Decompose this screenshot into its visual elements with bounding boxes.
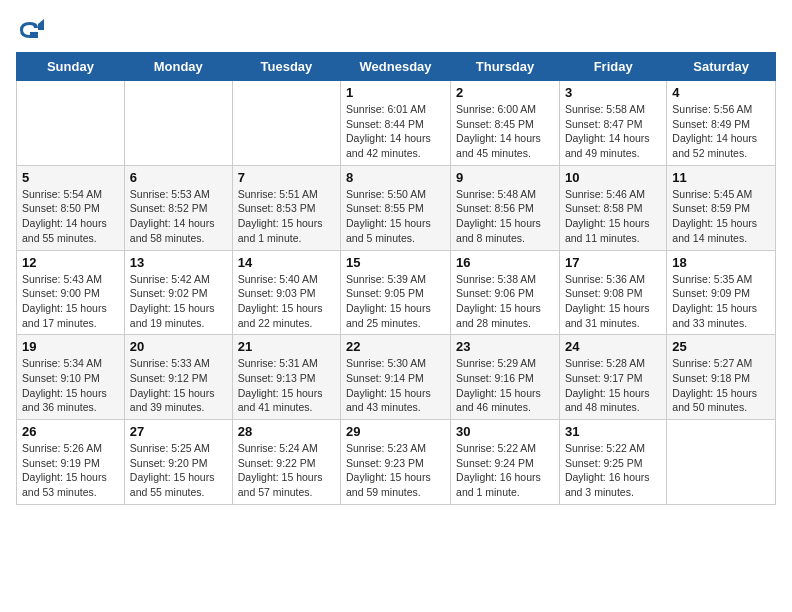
calendar-cell: 28Sunrise: 5:24 AM Sunset: 9:22 PM Dayli…: [232, 420, 340, 505]
calendar-cell: 15Sunrise: 5:39 AM Sunset: 9:05 PM Dayli…: [341, 250, 451, 335]
day-number: 10: [565, 170, 661, 185]
day-info: Sunrise: 5:24 AM Sunset: 9:22 PM Dayligh…: [238, 441, 335, 500]
calendar-cell: 22Sunrise: 5:30 AM Sunset: 9:14 PM Dayli…: [341, 335, 451, 420]
day-number: 15: [346, 255, 445, 270]
calendar-cell: 26Sunrise: 5:26 AM Sunset: 9:19 PM Dayli…: [17, 420, 125, 505]
day-info: Sunrise: 5:31 AM Sunset: 9:13 PM Dayligh…: [238, 356, 335, 415]
day-info: Sunrise: 5:29 AM Sunset: 9:16 PM Dayligh…: [456, 356, 554, 415]
calendar-cell: [667, 420, 776, 505]
calendar-week-1: 1Sunrise: 6:01 AM Sunset: 8:44 PM Daylig…: [17, 81, 776, 166]
day-number: 12: [22, 255, 119, 270]
day-header-thursday: Thursday: [451, 53, 560, 81]
day-info: Sunrise: 5:22 AM Sunset: 9:24 PM Dayligh…: [456, 441, 554, 500]
logo-icon: [16, 16, 44, 44]
day-info: Sunrise: 5:36 AM Sunset: 9:08 PM Dayligh…: [565, 272, 661, 331]
day-number: 19: [22, 339, 119, 354]
calendar-cell: 4Sunrise: 5:56 AM Sunset: 8:49 PM Daylig…: [667, 81, 776, 166]
day-number: 16: [456, 255, 554, 270]
day-info: Sunrise: 5:28 AM Sunset: 9:17 PM Dayligh…: [565, 356, 661, 415]
calendar-week-2: 5Sunrise: 5:54 AM Sunset: 8:50 PM Daylig…: [17, 165, 776, 250]
day-header-saturday: Saturday: [667, 53, 776, 81]
calendar-cell: 13Sunrise: 5:42 AM Sunset: 9:02 PM Dayli…: [124, 250, 232, 335]
day-info: Sunrise: 5:45 AM Sunset: 8:59 PM Dayligh…: [672, 187, 770, 246]
calendar-cell: 29Sunrise: 5:23 AM Sunset: 9:23 PM Dayli…: [341, 420, 451, 505]
calendar-cell: 11Sunrise: 5:45 AM Sunset: 8:59 PM Dayli…: [667, 165, 776, 250]
day-info: Sunrise: 5:38 AM Sunset: 9:06 PM Dayligh…: [456, 272, 554, 331]
day-number: 6: [130, 170, 227, 185]
day-number: 20: [130, 339, 227, 354]
calendar-cell: 27Sunrise: 5:25 AM Sunset: 9:20 PM Dayli…: [124, 420, 232, 505]
day-number: 11: [672, 170, 770, 185]
day-info: Sunrise: 5:23 AM Sunset: 9:23 PM Dayligh…: [346, 441, 445, 500]
calendar-week-4: 19Sunrise: 5:34 AM Sunset: 9:10 PM Dayli…: [17, 335, 776, 420]
day-info: Sunrise: 5:27 AM Sunset: 9:18 PM Dayligh…: [672, 356, 770, 415]
calendar-cell: 14Sunrise: 5:40 AM Sunset: 9:03 PM Dayli…: [232, 250, 340, 335]
day-number: 8: [346, 170, 445, 185]
logo: [16, 16, 48, 44]
day-header-sunday: Sunday: [17, 53, 125, 81]
day-info: Sunrise: 5:30 AM Sunset: 9:14 PM Dayligh…: [346, 356, 445, 415]
day-number: 29: [346, 424, 445, 439]
day-header-wednesday: Wednesday: [341, 53, 451, 81]
day-number: 26: [22, 424, 119, 439]
day-number: 30: [456, 424, 554, 439]
day-info: Sunrise: 5:25 AM Sunset: 9:20 PM Dayligh…: [130, 441, 227, 500]
day-info: Sunrise: 5:56 AM Sunset: 8:49 PM Dayligh…: [672, 102, 770, 161]
calendar-cell: 17Sunrise: 5:36 AM Sunset: 9:08 PM Dayli…: [559, 250, 666, 335]
calendar-header-row: SundayMondayTuesdayWednesdayThursdayFrid…: [17, 53, 776, 81]
day-number: 31: [565, 424, 661, 439]
calendar-cell: 21Sunrise: 5:31 AM Sunset: 9:13 PM Dayli…: [232, 335, 340, 420]
day-number: 22: [346, 339, 445, 354]
calendar-cell: 7Sunrise: 5:51 AM Sunset: 8:53 PM Daylig…: [232, 165, 340, 250]
calendar-cell: 31Sunrise: 5:22 AM Sunset: 9:25 PM Dayli…: [559, 420, 666, 505]
calendar-cell: [124, 81, 232, 166]
day-info: Sunrise: 5:54 AM Sunset: 8:50 PM Dayligh…: [22, 187, 119, 246]
calendar-cell: 18Sunrise: 5:35 AM Sunset: 9:09 PM Dayli…: [667, 250, 776, 335]
day-info: Sunrise: 5:26 AM Sunset: 9:19 PM Dayligh…: [22, 441, 119, 500]
day-number: 21: [238, 339, 335, 354]
calendar-cell: 16Sunrise: 5:38 AM Sunset: 9:06 PM Dayli…: [451, 250, 560, 335]
calendar-cell: 2Sunrise: 6:00 AM Sunset: 8:45 PM Daylig…: [451, 81, 560, 166]
day-number: 25: [672, 339, 770, 354]
page-header: [16, 16, 776, 44]
day-info: Sunrise: 5:40 AM Sunset: 9:03 PM Dayligh…: [238, 272, 335, 331]
day-number: 7: [238, 170, 335, 185]
calendar-cell: 12Sunrise: 5:43 AM Sunset: 9:00 PM Dayli…: [17, 250, 125, 335]
calendar-week-3: 12Sunrise: 5:43 AM Sunset: 9:00 PM Dayli…: [17, 250, 776, 335]
day-header-tuesday: Tuesday: [232, 53, 340, 81]
calendar-cell: 5Sunrise: 5:54 AM Sunset: 8:50 PM Daylig…: [17, 165, 125, 250]
day-info: Sunrise: 5:48 AM Sunset: 8:56 PM Dayligh…: [456, 187, 554, 246]
day-info: Sunrise: 5:42 AM Sunset: 9:02 PM Dayligh…: [130, 272, 227, 331]
day-info: Sunrise: 5:58 AM Sunset: 8:47 PM Dayligh…: [565, 102, 661, 161]
day-number: 4: [672, 85, 770, 100]
day-info: Sunrise: 5:35 AM Sunset: 9:09 PM Dayligh…: [672, 272, 770, 331]
calendar-week-5: 26Sunrise: 5:26 AM Sunset: 9:19 PM Dayli…: [17, 420, 776, 505]
day-number: 9: [456, 170, 554, 185]
day-header-monday: Monday: [124, 53, 232, 81]
calendar-cell: 1Sunrise: 6:01 AM Sunset: 8:44 PM Daylig…: [341, 81, 451, 166]
calendar-cell: 25Sunrise: 5:27 AM Sunset: 9:18 PM Dayli…: [667, 335, 776, 420]
calendar-cell: 6Sunrise: 5:53 AM Sunset: 8:52 PM Daylig…: [124, 165, 232, 250]
day-info: Sunrise: 6:01 AM Sunset: 8:44 PM Dayligh…: [346, 102, 445, 161]
day-number: 27: [130, 424, 227, 439]
day-info: Sunrise: 5:34 AM Sunset: 9:10 PM Dayligh…: [22, 356, 119, 415]
day-info: Sunrise: 5:53 AM Sunset: 8:52 PM Dayligh…: [130, 187, 227, 246]
calendar-cell: 23Sunrise: 5:29 AM Sunset: 9:16 PM Dayli…: [451, 335, 560, 420]
calendar-cell: 8Sunrise: 5:50 AM Sunset: 8:55 PM Daylig…: [341, 165, 451, 250]
calendar-table: SundayMondayTuesdayWednesdayThursdayFrid…: [16, 52, 776, 505]
calendar-cell: 10Sunrise: 5:46 AM Sunset: 8:58 PM Dayli…: [559, 165, 666, 250]
calendar-cell: 24Sunrise: 5:28 AM Sunset: 9:17 PM Dayli…: [559, 335, 666, 420]
day-info: Sunrise: 6:00 AM Sunset: 8:45 PM Dayligh…: [456, 102, 554, 161]
day-info: Sunrise: 5:43 AM Sunset: 9:00 PM Dayligh…: [22, 272, 119, 331]
calendar-cell: [232, 81, 340, 166]
day-info: Sunrise: 5:46 AM Sunset: 8:58 PM Dayligh…: [565, 187, 661, 246]
calendar-cell: 20Sunrise: 5:33 AM Sunset: 9:12 PM Dayli…: [124, 335, 232, 420]
day-number: 3: [565, 85, 661, 100]
day-number: 23: [456, 339, 554, 354]
day-info: Sunrise: 5:51 AM Sunset: 8:53 PM Dayligh…: [238, 187, 335, 246]
calendar-cell: 30Sunrise: 5:22 AM Sunset: 9:24 PM Dayli…: [451, 420, 560, 505]
day-number: 1: [346, 85, 445, 100]
day-header-friday: Friday: [559, 53, 666, 81]
day-number: 18: [672, 255, 770, 270]
day-info: Sunrise: 5:22 AM Sunset: 9:25 PM Dayligh…: [565, 441, 661, 500]
